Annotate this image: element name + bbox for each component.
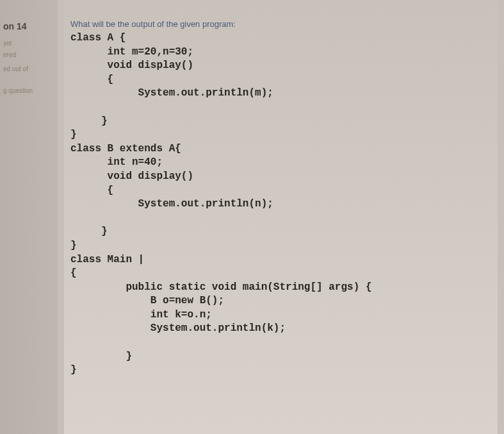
status-line-1: yet [3,38,54,49]
question-prompt: What will be the output of the given pro… [70,19,491,29]
status-line-4: g question [3,86,54,96]
question-number: on 14 [3,19,54,33]
question-sidebar: on 14 yet ered ed out of g question [0,0,58,434]
code-block: class A { int m=20,n=30; void display() … [70,31,491,378]
status-line-3: ed out of [3,64,54,74]
question-content: What will be the output of the given pro… [64,0,498,434]
status-line-2: ered [3,50,54,60]
